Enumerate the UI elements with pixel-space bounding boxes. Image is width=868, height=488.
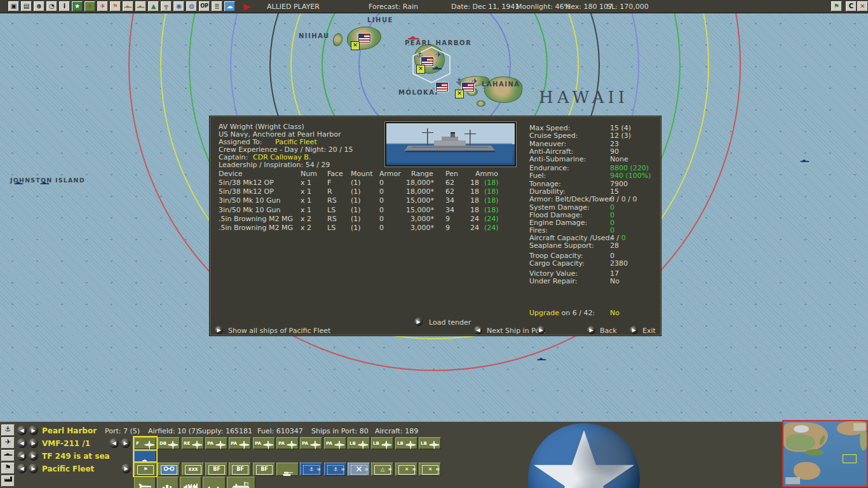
search-globe-icon[interactable]: ⊕: [34, 1, 44, 11]
combat-events-icon[interactable]: C: [846, 1, 857, 11]
ship-unit-pearl-harbor[interactable]: [432, 66, 442, 70]
hq-engineer-button[interactable]: △≡: [371, 463, 393, 476]
prev-ship-arrow[interactable]: ◀: [474, 326, 482, 334]
base-name-link[interactable]: Pearl Harbor: [42, 426, 97, 435]
tender-button[interactable]: [227, 477, 255, 488]
railroads-icon[interactable]: ≣: [212, 1, 222, 11]
air-group-button-LB[interactable]: LB: [419, 437, 441, 449]
next-base-arrow[interactable]: ▶: [29, 426, 38, 435]
load-tender-button[interactable]: Load tender: [429, 318, 471, 327]
base-flag-lihue[interactable]: [358, 34, 370, 43]
next-squadron-arrow[interactable]: ▶: [29, 438, 38, 448]
hq-bf-button[interactable]: BF: [253, 463, 275, 476]
exit-button[interactable]: Exit: [642, 327, 656, 335]
show-all-ships-arrow[interactable]: ▶: [215, 326, 223, 334]
back-button[interactable]: Back: [600, 327, 617, 335]
hq-infantry-button[interactable]: ✕≡: [395, 463, 417, 476]
hq-mode-icon[interactable]: ⚑: [1, 463, 15, 474]
run-turn-icon[interactable]: ▶: [243, 1, 250, 11]
air-group-button-F[interactable]: F: [134, 437, 156, 449]
info-icon[interactable]: i: [59, 1, 70, 11]
hq-anchor-button[interactable]: ⚓=: [324, 463, 346, 476]
show-all-ships-button[interactable]: Show all ships of Pacific Fleet: [228, 327, 330, 335]
industry-button[interactable]: [180, 477, 201, 488]
taskforce-link[interactable]: TF 249 is at sea: [42, 452, 110, 461]
taskforce-button[interactable]: [134, 451, 156, 462]
air-mode-icon[interactable]: ✈: [1, 437, 15, 449]
prev-base-arrow[interactable]: ◀: [17, 426, 27, 435]
message-globe-icon[interactable]: ◔: [46, 1, 57, 11]
flag-toggle-icon[interactable]: ⚑: [831, 1, 842, 11]
hq-tank-button[interactable]: [276, 463, 299, 476]
port-mode-icon[interactable]: ⚓: [1, 424, 15, 436]
ship-marker-south[interactable]: [537, 357, 546, 361]
japanese-ships-icon[interactable]: [135, 1, 146, 11]
air-group-button-DB[interactable]: DB: [158, 437, 180, 449]
prev-hq-arrow[interactable]: ◀: [17, 464, 27, 473]
terrain-icon[interactable]: ▲: [148, 1, 159, 11]
hq-bf-button[interactable]: BF: [205, 463, 227, 476]
supply-depot-button[interactable]: [157, 477, 179, 488]
squadron-list-next-arrow[interactable]: ▶: [121, 438, 130, 448]
squadron-name-link[interactable]: VMF-211 /1: [42, 439, 90, 448]
report-icon[interactable]: ▤: [21, 1, 32, 11]
close-icon[interactable]: ✕: [857, 1, 868, 11]
ships-list-button[interactable]: [203, 477, 226, 488]
next-hq-arrow[interactable]: ▶: [29, 464, 38, 473]
ship-marker-east[interactable]: [800, 159, 810, 163]
hq-bf-button[interactable]: BF: [229, 463, 251, 476]
prev-squadron-arrow[interactable]: ◀: [17, 438, 27, 448]
ship-marker-johnston-2[interactable]: [40, 181, 50, 185]
allied-air-icon[interactable]: ✈: [97, 1, 108, 11]
air-unit-lahaina[interactable]: ✈: [471, 77, 478, 86]
enemy-ship-marker[interactable]: [407, 36, 420, 40]
allied-ships-icon[interactable]: [123, 1, 133, 11]
load-tender-arrow[interactable]: ▶: [414, 318, 423, 326]
air-group-button-LB[interactable]: LB: [348, 437, 370, 449]
industry-mode-icon[interactable]: [1, 475, 15, 487]
ship-marker-johnston-1[interactable]: [14, 181, 24, 185]
base-unit-lihue[interactable]: ✕: [351, 41, 360, 50]
minimap[interactable]: [782, 420, 868, 487]
air-group-button-PA[interactable]: PA: [324, 437, 346, 449]
base-flag-molokai[interactable]: [436, 83, 448, 92]
hq-repair-button[interactable]: =: [348, 463, 370, 476]
hq-anchor-button[interactable]: ⚓=: [300, 463, 322, 476]
save-icon[interactable]: ▣: [8, 1, 19, 11]
fleet-link[interactable]: Pacific Fleet: [42, 464, 94, 473]
roads-icon[interactable]: ╦: [161, 1, 172, 11]
prev-tf-arrow[interactable]: ◀: [17, 451, 27, 461]
globe-icon[interactable]: ◉: [173, 1, 184, 11]
japanese-air-icon[interactable]: ✈: [85, 1, 95, 11]
hq-flag-button[interactable]: ⚑: [134, 463, 156, 476]
air-unit-pearl-harbor[interactable]: ✈: [435, 50, 442, 59]
ship-mode-icon[interactable]: [1, 450, 15, 461]
air-group-button-RE[interactable]: RE: [182, 437, 204, 449]
allied-bases-icon[interactable]: ★: [72, 1, 83, 11]
ground-unit-pearl-harbor[interactable]: ✕: [416, 65, 425, 74]
air-group-button-PA[interactable]: PA: [253, 437, 275, 449]
zoom-globe-icon[interactable]: ◍: [186, 1, 197, 11]
next-ship-arrow[interactable]: ▶: [537, 326, 545, 334]
upgrade-link[interactable]: Upgrade on 6 / 42:: [529, 309, 595, 317]
air-group-button-LB[interactable]: LB: [371, 437, 393, 449]
air-group-button-PA[interactable]: PA: [205, 437, 227, 449]
air-group-button-LB[interactable]: LB: [395, 437, 417, 449]
next-tf-arrow[interactable]: ▶: [29, 451, 38, 461]
hq-link-button[interactable]: [158, 463, 180, 476]
hq-infantry-button[interactable]: ✕≡: [419, 463, 441, 476]
air-group-button-PA[interactable]: PA: [300, 437, 322, 449]
back-arrow[interactable]: ▶: [587, 326, 595, 334]
operations-icon[interactable]: OP: [199, 1, 210, 11]
ground-unit-lahaina[interactable]: ✕: [455, 90, 464, 98]
exit-arrow[interactable]: ▶: [630, 326, 638, 334]
minimap-viewport[interactable]: [843, 454, 857, 463]
air-group-button-PA[interactable]: PA: [229, 437, 251, 449]
squadron-list-prev-arrow[interactable]: ◀: [109, 438, 119, 448]
repair-shipyard-button[interactable]: [134, 477, 156, 488]
hq-list-next-arrow[interactable]: ▶: [121, 464, 131, 473]
air-group-button-PA[interactable]: PA: [276, 437, 299, 449]
flags-icon[interactable]: ⚑: [110, 1, 121, 11]
weather-icon[interactable]: ☁: [224, 1, 235, 11]
hq-xxx-button[interactable]: xxx: [182, 463, 204, 476]
